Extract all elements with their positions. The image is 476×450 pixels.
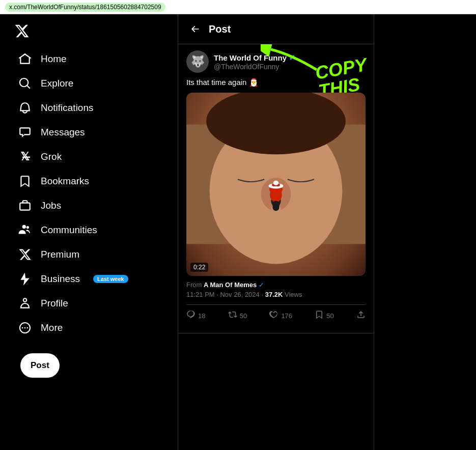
from-account-row: From A Man Of Memes ✓: [186, 281, 366, 289]
sidebar-item-profile[interactable]: Profile: [4, 292, 174, 315]
sidebar-item-more[interactable]: More: [4, 316, 174, 340]
verified-icon: ✓: [289, 53, 295, 63]
from-label: From: [186, 281, 202, 289]
share-icon: [356, 310, 366, 322]
sidebar-item-bookmarks[interactable]: Bookmarks: [4, 170, 174, 193]
premium-label: Premium: [41, 249, 79, 260]
person-icon: [18, 297, 32, 310]
bookmarks-label: Bookmarks: [41, 176, 89, 187]
like-icon: [269, 310, 278, 322]
sidebar-logo[interactable]: [0, 19, 178, 47]
x-logo-icon: [14, 23, 30, 39]
tweet-author-info: 🐺 The World Of Funny ✓ @TheWorldOfFunny: [186, 50, 295, 73]
bookmark-count: 50: [326, 312, 333, 320]
sidebar-item-messages[interactable]: Messages: [4, 121, 174, 144]
views-count: 37.2K: [265, 291, 283, 298]
sidebar-item-jobs[interactable]: Jobs: [4, 194, 174, 217]
address-bar: x.com/TheWorldOfFunny/status/18615056028…: [0, 0, 476, 14]
sidebar-item-communities[interactable]: Communities: [4, 218, 174, 242]
url-display[interactable]: x.com/TheWorldOfFunny/status/18615056028…: [5, 3, 165, 12]
reply-icon: [186, 310, 195, 322]
profile-label: Profile: [41, 298, 68, 309]
more-options-button[interactable]: ···: [350, 54, 366, 69]
views-label: Views: [283, 291, 302, 298]
author-handle: @TheWorldOfFunny: [214, 63, 295, 71]
from-account-name: A Man Of Memes: [204, 281, 257, 289]
sidebar-item-home[interactable]: Home: [4, 47, 174, 71]
reply-count: 18: [198, 312, 205, 320]
grok-icon: 𝕏̶: [18, 150, 32, 163]
video-thumbnail-svg: [186, 93, 366, 276]
author-details: The World Of Funny ✓ @TheWorldOfFunny: [214, 53, 295, 71]
sidebar-item-premium[interactable]: Premium: [4, 243, 174, 266]
lightning-icon: [18, 272, 32, 286]
avatar: 🐺: [186, 50, 209, 73]
page-title: Post: [209, 23, 366, 35]
sidebar: Home Explore Notifications Messages 𝕏̶ G…: [0, 14, 178, 450]
sidebar-item-business[interactable]: Business Last week: [4, 267, 174, 291]
communities-icon: [18, 223, 32, 237]
jobs-icon: [18, 199, 32, 212]
bookmark-action-icon: [315, 310, 324, 322]
video-container[interactable]: 0:22: [186, 93, 366, 276]
svg-point-4: [238, 173, 264, 183]
tweet-author-row: 🐺 The World Of Funny ✓ @TheWorldOfFunny …: [186, 50, 366, 73]
author-name: The World Of Funny: [214, 53, 287, 62]
jobs-label: Jobs: [41, 200, 61, 211]
home-icon: [18, 52, 32, 66]
video-thumbnail: [186, 93, 366, 276]
content-area: Post COPYTHIS 🐺: [178, 14, 374, 450]
svg-point-11: [273, 181, 278, 185]
grok-label: Grok: [41, 151, 62, 162]
like-action[interactable]: 176: [269, 310, 292, 322]
author-name-row: The World Of Funny ✓: [214, 53, 295, 63]
from-verified-icon: ✓: [259, 281, 264, 289]
communities-label: Communities: [41, 224, 97, 236]
explore-label: Explore: [41, 78, 73, 89]
right-panel: [374, 14, 476, 450]
video-duration: 0:22: [190, 263, 208, 272]
business-badge: Last week: [93, 275, 128, 283]
retweet-icon: [228, 310, 237, 322]
like-count: 176: [281, 312, 292, 320]
action-bar: 18 50 176 5: [186, 304, 366, 327]
reply-action[interactable]: 18: [186, 310, 205, 322]
sidebar-item-explore[interactable]: Explore: [4, 72, 174, 95]
retweet-count: 50: [240, 312, 247, 320]
notifications-label: Notifications: [41, 102, 94, 114]
tweet-text: Its that time again 🎅: [186, 77, 366, 88]
more-circle-icon: [18, 321, 32, 334]
post-button[interactable]: Post: [20, 353, 60, 378]
timestamp: 11:21 PM · Nov 26, 2024 ·: [186, 291, 265, 298]
more-label: More: [41, 322, 63, 333]
bookmark-action[interactable]: 50: [315, 310, 333, 322]
svg-rect-14: [272, 201, 279, 211]
bell-icon: [18, 101, 32, 115]
sidebar-item-grok[interactable]: 𝕏̶ Grok: [4, 145, 174, 168]
message-icon: [18, 126, 32, 139]
explore-icon: [18, 77, 32, 90]
premium-icon: [18, 248, 32, 261]
bookmark-icon: [18, 175, 32, 188]
back-button[interactable]: [186, 20, 204, 38]
sidebar-item-notifications[interactable]: Notifications: [4, 96, 174, 120]
share-action[interactable]: [356, 310, 366, 322]
tweet-container: COPYTHIS 🐺 The World Of Funny ✓ @TheWorl…: [178, 44, 374, 333]
messages-label: Messages: [41, 127, 85, 138]
retweet-action[interactable]: 50: [228, 310, 247, 322]
business-label: Business: [41, 273, 80, 285]
post-header: Post: [178, 14, 374, 44]
svg-point-5: [288, 173, 314, 183]
tweet-meta: 11:21 PM · Nov 26, 2024 · 37.2K Views: [186, 291, 366, 298]
home-label: Home: [41, 53, 67, 65]
